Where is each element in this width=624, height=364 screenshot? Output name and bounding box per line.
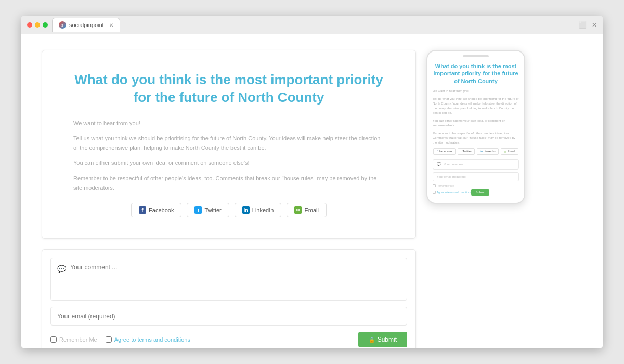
mobile-comment-placeholder: Your comment ...: [444, 163, 467, 166]
comment-input-wrapper: 💬: [50, 258, 407, 301]
agree-text: Agree to terms and conditions: [114, 336, 190, 343]
mobile-social-buttons: f Facebook t Twitter in LinkedIn ✉ Email: [433, 148, 519, 155]
mobile-email-btn[interactable]: ✉ Email: [501, 148, 518, 155]
remember-me-checkbox[interactable]: [50, 336, 57, 343]
browser-window: s socialpinpoint ✕ — ⬜ ✕ What do you thi…: [21, 16, 603, 348]
mobile-comment-input[interactable]: 💬 Your comment ...: [433, 159, 519, 170]
browser-content: What do you think is the most important …: [21, 34, 603, 348]
tab-logo-icon: s: [59, 21, 66, 29]
submit-button[interactable]: 🔒 Submit: [358, 332, 407, 347]
mobile-desc-4: Remember to be respectful of other peopl…: [433, 131, 519, 145]
hero-desc-4: Remember to be respectful of other peopl…: [73, 174, 384, 192]
mobile-form-options: Remember Me: [433, 184, 519, 187]
minimize-dot[interactable]: [35, 22, 40, 28]
tab-label: socialpinpoint: [69, 22, 104, 28]
window-controls: [27, 22, 48, 28]
mobile-twitter-btn[interactable]: t Twitter: [458, 148, 475, 155]
mobile-email-label: Email: [508, 150, 515, 153]
mobile-facebook-label: Facebook: [438, 150, 452, 153]
mobile-submit-button[interactable]: Submit: [471, 189, 489, 196]
mobile-linkedin-btn[interactable]: in LinkedIn: [477, 148, 498, 155]
hero-section: What do you think is the most important …: [42, 50, 416, 239]
mobile-desc-1: We want to hear from you!: [433, 89, 519, 94]
minimize-button[interactable]: —: [567, 21, 574, 29]
hero-desc-2: Tell us what you think we should be prio…: [73, 134, 384, 152]
mobile-email-icon: ✉: [504, 150, 506, 153]
email-input[interactable]: [50, 307, 407, 326]
mobile-email-field[interactable]: Your email (required): [433, 172, 519, 181]
browser-window-controls: — ⬜ ✕: [567, 21, 597, 29]
linkedin-icon: in: [242, 206, 250, 214]
mobile-preview: What do you think is the most important …: [426, 50, 525, 204]
twitter-share-button[interactable]: t Twitter: [187, 203, 229, 217]
submit-icon: 🔒: [369, 337, 375, 343]
mobile-remember-me[interactable]: Remember Me: [433, 184, 454, 187]
email-label: Email: [304, 207, 319, 213]
mobile-agree-options: Agree to terms and conditions Submit: [433, 189, 519, 196]
mobile-agree-checkbox[interactable]: [433, 191, 436, 194]
mobile-title: What do you think is the most important …: [433, 62, 519, 85]
mobile-twitter-label: Twitter: [462, 150, 472, 153]
mobile-content: What do you think is the most important …: [427, 57, 524, 203]
mobile-desc-3: You can either submit your own idea, or …: [433, 119, 519, 128]
form-options: Remember Me Agree to terms and condition…: [50, 332, 407, 347]
maximize-button[interactable]: ⬜: [579, 21, 587, 29]
hero-desc-1: We want to hear from you!: [73, 119, 384, 128]
twitter-label: Twitter: [204, 207, 221, 213]
remember-me-label[interactable]: Remember Me: [50, 336, 97, 343]
comment-bubble-icon: 💬: [57, 265, 66, 273]
mobile-twitter-icon: t: [461, 150, 462, 153]
maximize-dot[interactable]: [43, 22, 48, 28]
close-dot[interactable]: [27, 22, 32, 28]
mobile-email-placeholder: Your email (required): [437, 175, 466, 178]
submit-label: Submit: [378, 336, 397, 343]
linkedin-label: LinkedIn: [252, 207, 274, 213]
mobile-facebook-icon: f: [436, 150, 437, 153]
email-share-button[interactable]: ✉ Email: [287, 203, 327, 217]
hero-desc-3: You can either submit your own idea, or …: [73, 159, 384, 168]
twitter-icon: t: [194, 206, 202, 214]
tab-close-icon[interactable]: ✕: [109, 22, 113, 28]
mobile-agree-text: Agree to terms and conditions: [437, 191, 471, 194]
browser-titlebar: s socialpinpoint ✕ — ⬜ ✕: [21, 16, 603, 34]
facebook-icon: f: [139, 206, 146, 214]
close-button[interactable]: ✕: [592, 21, 597, 29]
social-buttons: f Facebook t Twitter in LinkedIn ✉ Email: [73, 203, 384, 217]
hero-title: What do you think is the most important …: [73, 71, 384, 107]
mobile-linkedin-icon: in: [480, 150, 483, 153]
linkedin-share-button[interactable]: in LinkedIn: [235, 203, 282, 217]
comment-form-section: 💬 Remember Me Agree to terms and conditi…: [42, 249, 416, 348]
agree-checkbox[interactable]: [106, 336, 112, 343]
facebook-share-button[interactable]: f Facebook: [131, 203, 181, 217]
mobile-remember-text: Remember Me: [437, 184, 454, 187]
mobile-comment-bubble-icon: 💬: [437, 162, 441, 166]
mobile-desc-2: Tell us what you think we should be prio…: [433, 97, 519, 115]
facebook-label: Facebook: [149, 207, 174, 213]
remember-me-text: Remember Me: [59, 336, 97, 343]
main-content: What do you think is the most important …: [42, 50, 416, 333]
browser-tab[interactable]: s socialpinpoint ✕: [52, 18, 120, 32]
mobile-facebook-btn[interactable]: f Facebook: [433, 148, 455, 155]
mobile-agree-label[interactable]: Agree to terms and conditions: [433, 191, 471, 194]
agree-label[interactable]: Agree to terms and conditions: [106, 336, 190, 343]
mobile-linkedin-label: LinkedIn: [484, 150, 496, 153]
mobile-remember-checkbox[interactable]: [433, 184, 436, 187]
email-icon: ✉: [294, 206, 302, 214]
comment-textarea[interactable]: [70, 264, 400, 295]
mobile-submit-label: Submit: [475, 191, 485, 194]
